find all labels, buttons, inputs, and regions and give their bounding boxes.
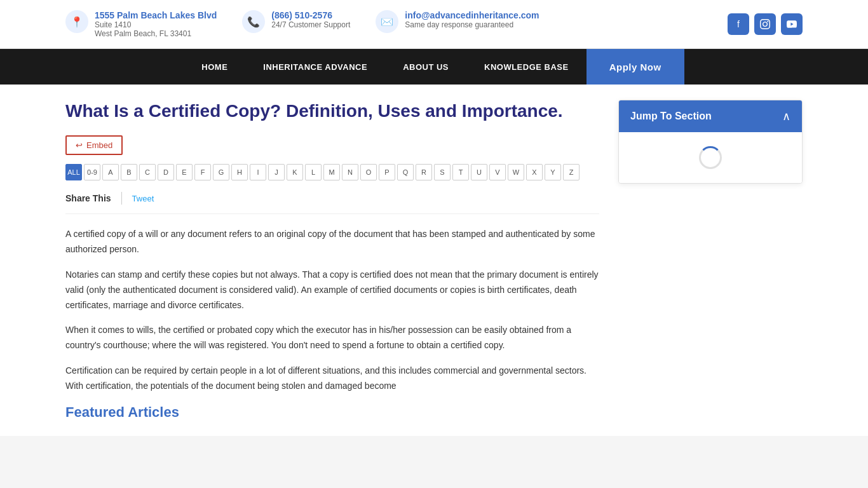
address-line1: 1555 Palm Beach Lakes Blvd bbox=[95, 10, 217, 20]
alpha-btn-i[interactable]: I bbox=[250, 164, 266, 180]
share-label: Share This bbox=[65, 193, 111, 203]
jump-to-section-label: Jump To Section bbox=[630, 111, 712, 122]
address-line2: Suite 1410 bbox=[95, 20, 217, 29]
article-body: A certified copy of a will or any docume… bbox=[65, 227, 599, 393]
phone-number[interactable]: (866) 510-2576 bbox=[271, 10, 350, 20]
jump-to-section-header[interactable]: Jump To Section ∧ bbox=[619, 100, 802, 132]
nav-knowledge-base[interactable]: KNOWLEDGE BASE bbox=[466, 49, 587, 85]
sidebar: Jump To Section ∧ bbox=[618, 100, 803, 184]
alpha-btn-t[interactable]: T bbox=[452, 164, 469, 180]
loading-spinner bbox=[699, 146, 722, 169]
alpha-btn-j[interactable]: J bbox=[268, 164, 285, 180]
alpha-btn-f[interactable]: F bbox=[194, 164, 211, 180]
alphabet-filter: ALL0-9ABCDEFGHIJKLMNOPQRSTUVWXYZ bbox=[65, 164, 599, 180]
alpha-btn-r[interactable]: R bbox=[416, 164, 432, 180]
alpha-btn-u[interactable]: U bbox=[471, 164, 487, 180]
phone-contact: 📞 (866) 510-2576 24/7 Customer Support bbox=[242, 10, 350, 33]
alpha-btn-k[interactable]: K bbox=[287, 164, 303, 180]
social-icons: f bbox=[728, 13, 803, 35]
phone-text: (866) 510-2576 24/7 Customer Support bbox=[271, 10, 350, 29]
alpha-btn-c[interactable]: C bbox=[139, 164, 156, 180]
alpha-btn-s[interactable]: S bbox=[434, 164, 451, 180]
alpha-btn-h[interactable]: H bbox=[231, 164, 248, 180]
article-paragraph-3: When it comes to wills, the certified or… bbox=[65, 323, 599, 353]
top-bar: 📍 1555 Palm Beach Lakes Blvd Suite 1410 … bbox=[0, 0, 868, 49]
alpha-btn-w[interactable]: W bbox=[508, 164, 524, 180]
alpha-btn-z[interactable]: Z bbox=[563, 164, 580, 180]
alpha-btn-e[interactable]: E bbox=[176, 164, 193, 180]
alpha-btn-o[interactable]: O bbox=[360, 164, 377, 180]
instagram-icon[interactable] bbox=[754, 13, 776, 35]
alpha-btn-q[interactable]: Q bbox=[397, 164, 414, 180]
alpha-btn-x[interactable]: X bbox=[526, 164, 543, 180]
nav-home[interactable]: HOME bbox=[184, 49, 245, 85]
phone-icon: 📞 bbox=[242, 10, 265, 33]
alpha-btn-l[interactable]: L bbox=[305, 164, 322, 180]
article-paragraph-2: Notaries can stamp and certify these cop… bbox=[65, 268, 599, 313]
jump-chevron-icon: ∧ bbox=[782, 109, 790, 123]
social-row: f bbox=[728, 13, 803, 35]
alpha-btn-n[interactable]: N bbox=[342, 164, 358, 180]
article-paragraph-1: A certified copy of a will or any docume… bbox=[65, 227, 599, 257]
email-note: Same day response guaranteed bbox=[405, 20, 539, 29]
address-text: 1555 Palm Beach Lakes Blvd Suite 1410 We… bbox=[95, 10, 217, 38]
embed-button[interactable]: ↩ Embed bbox=[65, 135, 123, 155]
alpha-btn-y[interactable]: Y bbox=[545, 164, 561, 180]
email-contact: ✉️ info@advancedinheritance.com Same day… bbox=[376, 10, 539, 33]
apply-now-button[interactable]: Apply Now bbox=[587, 49, 684, 85]
alpha-btn-all[interactable]: ALL bbox=[65, 164, 82, 180]
alpha-btn-p[interactable]: P bbox=[379, 164, 395, 180]
phone-support: 24/7 Customer Support bbox=[271, 20, 350, 29]
alpha-btn-v[interactable]: V bbox=[489, 164, 506, 180]
email-icon: ✉️ bbox=[376, 10, 398, 33]
nav-about-us[interactable]: ABOUT US bbox=[385, 49, 466, 85]
location-icon: 📍 bbox=[65, 10, 88, 33]
address-contact: 📍 1555 Palm Beach Lakes Blvd Suite 1410 … bbox=[65, 10, 217, 38]
facebook-icon[interactable]: f bbox=[728, 13, 749, 35]
youtube-icon[interactable] bbox=[781, 13, 803, 35]
embed-label: Embed bbox=[86, 140, 112, 150]
tweet-button[interactable]: Tweet bbox=[132, 194, 154, 203]
embed-icon: ↩ bbox=[76, 140, 83, 150]
alpha-btn-0-9[interactable]: 0-9 bbox=[84, 164, 100, 180]
main-content: What Is a Certified Copy? Definition, Us… bbox=[65, 100, 599, 421]
address-line3: West Palm Beach, FL 33401 bbox=[95, 29, 217, 38]
email-text: info@advancedinheritance.com Same day re… bbox=[405, 10, 539, 29]
alpha-btn-m[interactable]: M bbox=[323, 164, 340, 180]
share-this: Share This Tweet bbox=[65, 192, 599, 214]
alpha-btn-a[interactable]: A bbox=[102, 164, 119, 180]
email-address[interactable]: info@advancedinheritance.com bbox=[405, 10, 539, 20]
main-wrapper: What Is a Certified Copy? Definition, Us… bbox=[0, 85, 868, 436]
content-area: What Is a Certified Copy? Definition, Us… bbox=[53, 85, 815, 436]
alpha-btn-d[interactable]: D bbox=[158, 164, 174, 180]
nav-inheritance-advance[interactable]: INHERITANCE ADVANCE bbox=[245, 49, 385, 85]
alpha-btn-g[interactable]: G bbox=[213, 164, 229, 180]
article-paragraph-4: Certification can be required by certain… bbox=[65, 363, 599, 394]
featured-articles-heading: Featured Articles bbox=[65, 404, 599, 421]
jump-body bbox=[619, 132, 802, 183]
nav-items: HOME INHERITANCE ADVANCE ABOUT US KNOWLE… bbox=[184, 49, 684, 85]
navbar: HOME INHERITANCE ADVANCE ABOUT US KNOWLE… bbox=[0, 49, 868, 85]
page-title: What Is a Certified Copy? Definition, Us… bbox=[65, 100, 599, 123]
share-divider bbox=[121, 192, 122, 205]
contact-items: 📍 1555 Palm Beach Lakes Blvd Suite 1410 … bbox=[65, 10, 539, 38]
alpha-btn-b[interactable]: B bbox=[121, 164, 137, 180]
jump-to-section-widget: Jump To Section ∧ bbox=[618, 100, 803, 184]
